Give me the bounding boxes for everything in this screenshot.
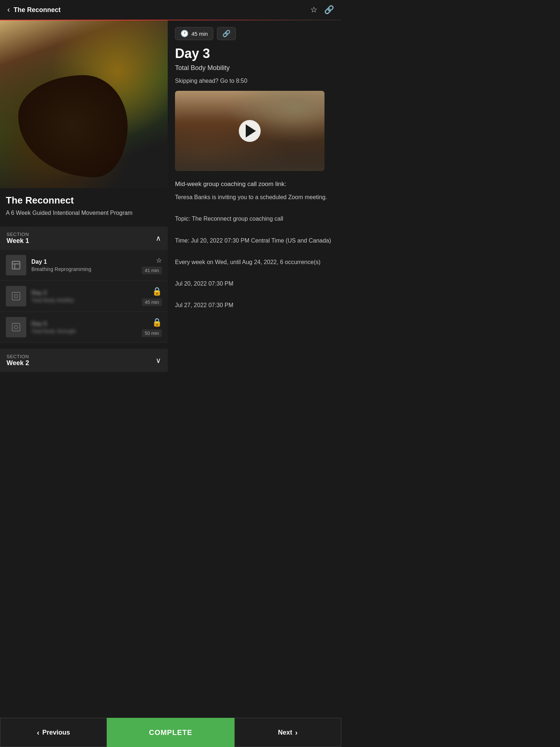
- day2-lock-icon: 🔒: [152, 287, 162, 296]
- date2: Jul 27, 2022 07:30 PM: [175, 301, 334, 310]
- coaching-label: Mid-week group coaching call zoom link:: [175, 179, 334, 189]
- link-icon: 🔗: [222, 30, 230, 37]
- day1-subtitle: Breathing Reprogramming: [31, 266, 137, 272]
- section-week1-header[interactable]: Section Week 1 ∧: [0, 227, 168, 250]
- svg-rect-0: [12, 262, 20, 269]
- complete-button[interactable]: COMPLETE: [107, 718, 234, 747]
- section-week1-chevron[interactable]: ∧: [156, 234, 161, 243]
- skip-text: Skipping ahead? Go to 8:50: [175, 78, 334, 84]
- svg-rect-5: [12, 324, 20, 331]
- video-thumbnail[interactable]: [175, 91, 324, 171]
- section-week2-header[interactable]: Section Week 2 ∨: [0, 349, 168, 372]
- svg-point-4: [14, 295, 18, 298]
- bookmark-icon[interactable]: ☆: [310, 5, 318, 15]
- day1-right: ☆ 41 min: [142, 256, 162, 274]
- course-item-day2[interactable]: Day 2 Total Body Mobility 🔒 45 min: [0, 281, 168, 312]
- day5-thumbnail: [6, 317, 26, 337]
- hero-person-image: [0, 20, 168, 188]
- day2-info: Day 2 Total Body Mobility: [31, 290, 137, 303]
- program-info: The Reconnect A 6 Week Guided Intentiona…: [0, 188, 168, 221]
- meta-badges: 🕐 45 min 🔗: [175, 27, 334, 40]
- section-week1-info: Section Week 1: [7, 232, 29, 245]
- section-week2-title: Week 2: [7, 359, 29, 367]
- left-panel: The Reconnect A 6 Week Guided Intentiona…: [0, 20, 168, 372]
- day2-duration: 45 min: [142, 298, 162, 306]
- back-icon[interactable]: ‹: [7, 5, 10, 15]
- date1: Jul 20, 2022 07:30 PM: [175, 279, 334, 289]
- day1-star[interactable]: ☆: [156, 256, 162, 264]
- svg-point-6: [14, 326, 18, 329]
- hero-image: [0, 20, 168, 188]
- svg-rect-3: [12, 293, 20, 300]
- day2-thumbnail: [6, 286, 26, 306]
- header-back-group[interactable]: ‹ The Reconnect: [7, 5, 61, 15]
- main-layout: The Reconnect A 6 Week Guided Intentiona…: [0, 20, 341, 372]
- day5-right: 🔒 50 min: [142, 318, 162, 337]
- day5-duration: 50 min: [142, 329, 162, 337]
- share-link-icon[interactable]: 🔗: [324, 5, 334, 15]
- content-link-badge[interactable]: 🔗: [217, 27, 236, 40]
- app-header: ‹ The Reconnect ☆ 🔗: [0, 0, 341, 20]
- day2-title: Day 2: [31, 290, 137, 296]
- right-panel: 🕐 45 min 🔗 Day 3 Total Body Mobility Ski…: [168, 20, 341, 356]
- day1-info: Day 1 Breathing Reprogramming: [31, 259, 137, 272]
- duration-text: 45 min: [191, 31, 208, 37]
- play-icon: [246, 124, 256, 138]
- previous-label: Previous: [42, 729, 70, 736]
- bottom-navigation: ‹ Previous COMPLETE Next ›: [0, 718, 341, 747]
- recurrence-label: Every week on Wed, until Aug 24, 2022, 6…: [175, 258, 334, 267]
- day-subtitle: Total Body Mobility: [175, 64, 334, 72]
- next-button[interactable]: Next ›: [234, 718, 341, 747]
- day2-right: 🔒 45 min: [142, 287, 162, 306]
- day5-info: Day 5 Total Body Strength: [31, 321, 137, 334]
- day-title: Day 3: [175, 46, 334, 61]
- day5-title: Day 5: [31, 321, 137, 327]
- section-week1-label: Section: [7, 232, 29, 237]
- invite-text: Teresa Banks is inviting you to a schedu…: [175, 193, 334, 202]
- coaching-section: Mid-week group coaching call zoom link: …: [175, 179, 334, 310]
- topic-label: Topic: The Reconnect group coaching call: [175, 214, 334, 224]
- day1-duration: 41 min: [142, 267, 162, 274]
- header-actions: ☆ 🔗: [310, 5, 334, 15]
- clock-icon: 🕐: [180, 30, 188, 38]
- day5-lock-icon: 🔒: [152, 318, 162, 327]
- next-label: Next: [278, 729, 292, 736]
- section-week2-info: Section Week 2: [7, 354, 29, 367]
- time-label: Time: Jul 20, 2022 07:30 PM Central Time…: [175, 236, 334, 245]
- next-chevron-icon: ›: [295, 728, 298, 737]
- course-item-day5[interactable]: Day 5 Total Body Strength 🔒 50 min: [0, 312, 168, 343]
- header-title: The Reconnect: [13, 6, 61, 14]
- duration-badge: 🕐 45 min: [175, 27, 213, 40]
- section-week2-label: Section: [7, 354, 29, 359]
- course-item-day1[interactable]: Day 1 Breathing Reprogramming ☆ 41 min: [0, 250, 168, 281]
- day5-subtitle: Total Body Strength: [31, 328, 137, 334]
- bottom-spacer: [175, 313, 334, 349]
- complete-label: COMPLETE: [149, 728, 192, 737]
- previous-button[interactable]: ‹ Previous: [0, 718, 107, 747]
- program-title: The Reconnect: [6, 195, 162, 206]
- day1-title: Day 1: [31, 259, 137, 265]
- program-subtitle: A 6 Week Guided Intentional Movement Pro…: [6, 209, 162, 217]
- section-week1-title: Week 1: [7, 237, 29, 245]
- day1-thumbnail: [6, 255, 26, 275]
- play-button[interactable]: [239, 120, 261, 142]
- day2-subtitle: Total Body Mobility: [31, 297, 137, 303]
- section-week2-chevron[interactable]: ∨: [156, 356, 161, 365]
- prev-chevron-icon: ‹: [37, 728, 39, 737]
